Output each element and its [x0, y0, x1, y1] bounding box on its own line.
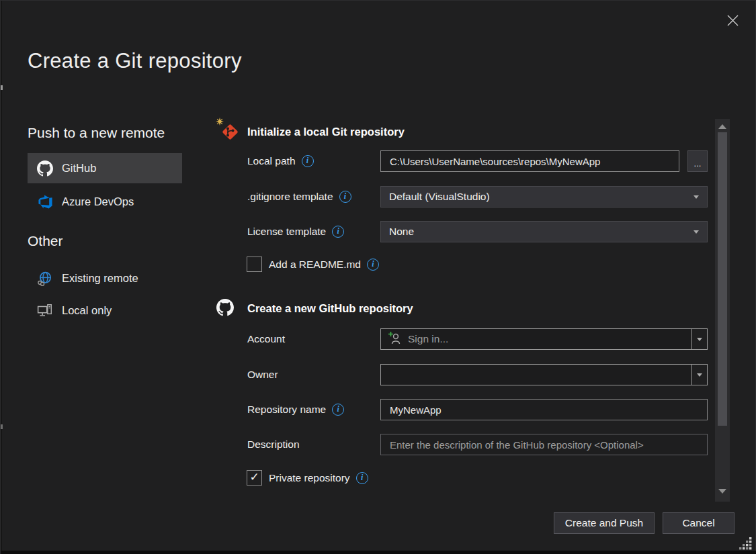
private-repo-label-row: Private repository i: [269, 470, 368, 486]
repo-name-input[interactable]: [380, 399, 708, 420]
gitignore-label: .gitignore template: [247, 191, 333, 203]
sidebar-item-label: Azure DevOps: [62, 195, 134, 208]
description-label: Description: [247, 438, 300, 451]
sidebar-item-existing-remote[interactable]: Existing remote: [28, 263, 182, 293]
github-icon: [37, 160, 53, 177]
info-icon[interactable]: i: [367, 259, 379, 271]
sidebar-item-label: Existing remote: [62, 272, 138, 285]
computer-icon: [37, 303, 53, 319]
sidebar-item-label: Local only: [62, 304, 112, 317]
window-left-edge: [1, 1, 2, 554]
readme-label: Add a README.md: [269, 259, 361, 271]
add-user-icon: [387, 331, 402, 347]
github-icon: [216, 299, 234, 316]
section-heading-create-github: Create a new GitHub repository: [247, 302, 413, 315]
window-bottom-edge: [1, 551, 756, 554]
gitignore-label-row: .gitignore template i: [247, 186, 351, 207]
scrollbar-thumb[interactable]: [718, 132, 727, 426]
triangle-down-icon: [718, 489, 726, 494]
local-path-input[interactable]: [380, 150, 679, 172]
cancel-button[interactable]: Cancel: [663, 512, 734, 534]
new-git-repo-icon: [216, 118, 241, 143]
section-heading-init-local: Initialize a local Git repository: [247, 126, 405, 138]
info-icon[interactable]: i: [339, 191, 351, 203]
owner-label-row: Owner: [247, 364, 278, 385]
sidebar-item-github[interactable]: GitHub: [28, 153, 182, 183]
repo-name-label-row: Repository name i: [247, 399, 344, 420]
chevron-down-icon: [694, 230, 699, 234]
description-label-row: Description: [247, 434, 300, 455]
license-label-row: License template i: [247, 221, 344, 242]
create-git-repo-dialog: Create a Git repository Push to a new re…: [0, 0, 756, 554]
owner-dropdown-button[interactable]: [691, 365, 707, 385]
private-repo-checkbox[interactable]: ✓: [247, 470, 262, 486]
readme-label-row: Add a README.md i: [269, 257, 379, 272]
globe-link-icon: [37, 271, 53, 287]
azure-devops-icon: [37, 194, 53, 210]
close-button[interactable]: [721, 10, 744, 33]
repo-name-label: Repository name: [247, 404, 326, 416]
local-path-label-row: Local path i: [247, 150, 314, 171]
sidebar-heading-push-remote: Push to a new remote: [28, 125, 165, 141]
license-dropdown[interactable]: None: [380, 221, 708, 242]
license-selected-value: None: [389, 226, 414, 238]
account-combo[interactable]: Sign in...: [380, 328, 708, 350]
license-label: License template: [247, 226, 326, 238]
scroll-up-button[interactable]: [715, 120, 730, 132]
window-edge-tick: [1, 424, 3, 429]
sidebar-item-label: GitHub: [62, 162, 96, 175]
sidebar-item-local-only[interactable]: Local only: [28, 295, 182, 326]
triangle-up-icon: [718, 124, 726, 129]
gitignore-selected-value: Default (VisualStudio): [389, 191, 490, 203]
sidebar-item-azure-devops[interactable]: Azure DevOps: [28, 187, 182, 217]
check-icon: ✓: [249, 471, 259, 483]
resize-grip[interactable]: [738, 536, 753, 551]
info-icon[interactable]: i: [332, 404, 344, 416]
description-input[interactable]: [380, 434, 708, 455]
browse-button[interactable]: ...: [687, 150, 708, 172]
close-icon: [726, 14, 739, 30]
info-icon[interactable]: i: [356, 472, 368, 484]
account-label-row: Account: [247, 328, 285, 349]
account-combo-value-area[interactable]: Sign in...: [381, 329, 691, 349]
account-signin-value: Sign in...: [408, 333, 448, 345]
dialog-title: Create a Git repository: [28, 49, 242, 73]
chevron-down-icon: [697, 338, 702, 341]
owner-combo[interactable]: [380, 364, 708, 385]
window-edge-tick: [1, 85, 3, 90]
sidebar-heading-other: Other: [28, 233, 63, 249]
readme-checkbox[interactable]: [247, 257, 262, 272]
scroll-down-button[interactable]: [715, 485, 730, 497]
account-label: Account: [247, 333, 285, 345]
chevron-down-icon: [694, 195, 699, 199]
vertical-scrollbar[interactable]: [715, 119, 730, 502]
private-repo-label: Private repository: [269, 472, 350, 484]
account-dropdown-button[interactable]: [691, 329, 707, 349]
chevron-down-icon: [697, 373, 702, 377]
local-path-label: Local path: [247, 155, 296, 167]
info-icon[interactable]: i: [332, 226, 344, 238]
create-and-push-button[interactable]: Create and Push: [554, 512, 655, 534]
info-icon[interactable]: i: [302, 155, 314, 167]
owner-label: Owner: [247, 369, 278, 381]
gitignore-dropdown[interactable]: Default (VisualStudio): [380, 186, 708, 207]
owner-combo-value-area[interactable]: [381, 365, 691, 385]
